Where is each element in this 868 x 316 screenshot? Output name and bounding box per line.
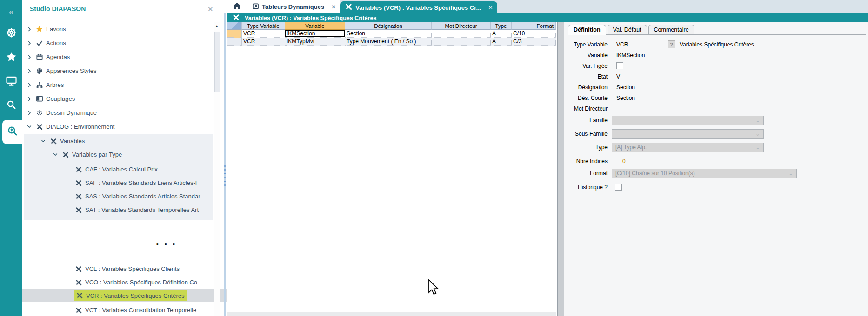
tab-commentaire[interactable]: Commentaire: [648, 25, 694, 34]
properties-tabstrip: Définition Val. Défaut Commentaire: [568, 24, 866, 35]
rail-item-screens[interactable]: [0, 74, 22, 89]
cell-type-variable[interactable]: VCR: [242, 38, 285, 46]
chevron-right-icon[interactable]: [26, 69, 33, 73]
table-row: VCR IKMTypMvt Type Mouvement ( En / So )…: [227, 38, 556, 46]
scroll-up-arrow-icon[interactable]: ▲: [215, 24, 219, 28]
check-icon: [35, 40, 43, 46]
tree-item-label: Arbres: [46, 81, 64, 88]
sidebar-item-dialog-environnement[interactable]: DIALOG : Environnement: [22, 120, 218, 133]
var-figee-checkbox[interactable]: [616, 62, 623, 69]
cell-type[interactable]: A: [491, 38, 512, 46]
scrollbar-thumb[interactable]: [214, 32, 220, 92]
field-nbre-indices: Nbre Indices 0: [567, 156, 864, 166]
tree-item-label: SAS : Variables Standards Articles Stand…: [85, 193, 200, 200]
field-label: Type Variable: [567, 41, 608, 48]
crossed-tools-icon: [74, 307, 82, 314]
field-label: Type: [567, 144, 608, 151]
chevron-down-icon[interactable]: [26, 125, 33, 129]
cell-variable[interactable]: IKMTypMvt: [285, 38, 345, 46]
panel-splitter[interactable]: [224, 13, 226, 316]
format-dropdown-disabled[interactable]: [C/10] Chaîne sur 10 Position(s) ⌄: [612, 169, 797, 178]
row-selector-cell[interactable]: [227, 38, 242, 46]
tree-item-label: VCL : Variables Spécifiques Clients: [85, 265, 180, 272]
tree-hierarchy-icon: [35, 82, 43, 88]
sidebar-item-apparences-styles[interactable]: Apparences Styles: [22, 64, 218, 78]
sidebar-item-actions[interactable]: Actions: [22, 36, 218, 50]
field-famille: Famille ⌄: [567, 115, 864, 125]
cell-format[interactable]: C/10: [512, 30, 556, 38]
field-mot-directeur: Mot Directeur: [567, 103, 864, 114]
rail-item-wheel[interactable]: [0, 26, 22, 41]
sidebar-item-variables[interactable]: Variables: [22, 134, 232, 148]
type-variable-description: Variables Spécifiques Critères: [680, 41, 754, 48]
column-header-designation[interactable]: Désignation: [345, 22, 432, 30]
grid-vertical-scrollbar[interactable]: [557, 22, 564, 316]
cell-variable-selected[interactable]: IKMSection: [285, 30, 345, 38]
close-tab-icon[interactable]: ✕: [488, 4, 493, 11]
famille-dropdown-disabled[interactable]: ⌄: [612, 116, 764, 125]
document-title: Variables (VCR) : Variables Spécifiques …: [245, 15, 376, 21]
close-tab-icon[interactable]: ✕: [331, 4, 336, 10]
chevron-down-icon[interactable]: [40, 139, 47, 143]
column-header-format[interactable]: Format: [512, 22, 556, 30]
chevron-right-icon[interactable]: [26, 111, 33, 115]
chevron-down-icon[interactable]: [52, 152, 59, 157]
chevron-right-icon[interactable]: [26, 55, 33, 59]
row-selector-cell[interactable]: [227, 30, 242, 38]
sidebar-item-variables-par-type[interactable]: Variables par Type: [22, 148, 244, 161]
column-header-type-variable[interactable]: Type Variable: [242, 22, 285, 30]
column-header-mot-directeur[interactable]: Mot Directeur: [432, 22, 491, 30]
field-var-figee: Var. Figée: [567, 60, 864, 71]
chevron-right-icon[interactable]: [26, 97, 33, 101]
monitor-icon: [6, 76, 17, 88]
grid-horizontal-scrollbar[interactable]: [227, 312, 556, 316]
tab-tableurs-dynamiques[interactable]: Tableurs Dynamiques ✕: [247, 0, 340, 13]
home-tab[interactable]: [227, 0, 247, 13]
chevron-right-icon[interactable]: [26, 83, 33, 87]
tab-val-defaut[interactable]: Val. Défaut: [608, 25, 647, 34]
historique-checkbox[interactable]: [615, 184, 622, 191]
rail-item-search[interactable]: [0, 98, 22, 113]
field-value: IKMSection: [616, 52, 645, 59]
column-header-type[interactable]: Type: [491, 22, 512, 30]
cell-mot-directeur[interactable]: [432, 30, 491, 38]
cell-mot-directeur[interactable]: [432, 38, 491, 46]
field-variable: Variable IKMSection: [567, 50, 864, 60]
sidebar-item-agendas[interactable]: Agendas: [22, 50, 218, 64]
chevron-right-icon[interactable]: [26, 27, 33, 32]
sidebar-item-couplages[interactable]: Couplages: [22, 92, 218, 105]
rail-item-favorites[interactable]: [0, 50, 22, 65]
chevron-down-icon: ⌄: [755, 144, 760, 151]
sidebar-item-arbres[interactable]: Arbres: [22, 78, 218, 92]
type-dropdown-disabled[interactable]: [A] Type Alp. ⌄: [612, 143, 764, 152]
help-box-icon[interactable]: ?: [668, 40, 675, 48]
cell-format[interactable]: C/3: [512, 38, 556, 46]
tab-label: Tableurs Dynamiques: [262, 3, 324, 10]
tree-scrollbar[interactable]: ▲: [214, 22, 220, 316]
search-location-icon: [7, 126, 18, 138]
cell-designation[interactable]: Section: [345, 30, 432, 38]
studio-diapason-window: « Studio DIAPASON ✕ Favoris Actions: [0, 0, 868, 316]
collapse-sidebar-button[interactable]: «: [0, 5, 22, 20]
field-historique: Historique ?: [567, 182, 864, 192]
tab-definition[interactable]: Définition: [568, 25, 606, 35]
crossed-tools-icon: [233, 14, 240, 22]
grid-corner-select-all[interactable]: [227, 22, 242, 30]
cell-type-variable[interactable]: VCR: [242, 30, 285, 38]
cell-designation[interactable]: Type Mouvement ( En / So ): [345, 38, 432, 46]
rail-item-search-location-active[interactable]: [2, 120, 22, 144]
column-header-variable-sorted[interactable]: Variable: [285, 22, 345, 30]
tree-item-label: SAF : Variables Standards Liens Articles…: [85, 179, 199, 186]
sidebar-item-favoris[interactable]: Favoris: [22, 22, 218, 36]
tree-item-label: Variables: [60, 138, 85, 145]
sidebar-item-dessin-dynamique[interactable]: Dessin Dynamique: [22, 106, 218, 119]
chevron-right-icon[interactable]: [26, 41, 33, 46]
sidebar-close-button[interactable]: ✕: [207, 5, 214, 13]
tree-truncation-ellipsis: ...: [154, 236, 179, 247]
palette-icon: [35, 68, 43, 74]
field-value: Section: [616, 84, 635, 91]
cell-type[interactable]: A: [491, 30, 512, 38]
field-label: Variable: [567, 52, 608, 59]
sous-famille-dropdown-disabled[interactable]: ⌄: [612, 129, 764, 139]
tab-variables-vcr-active[interactable]: Variables (VCR) : Variables Spécifiques …: [340, 1, 497, 13]
